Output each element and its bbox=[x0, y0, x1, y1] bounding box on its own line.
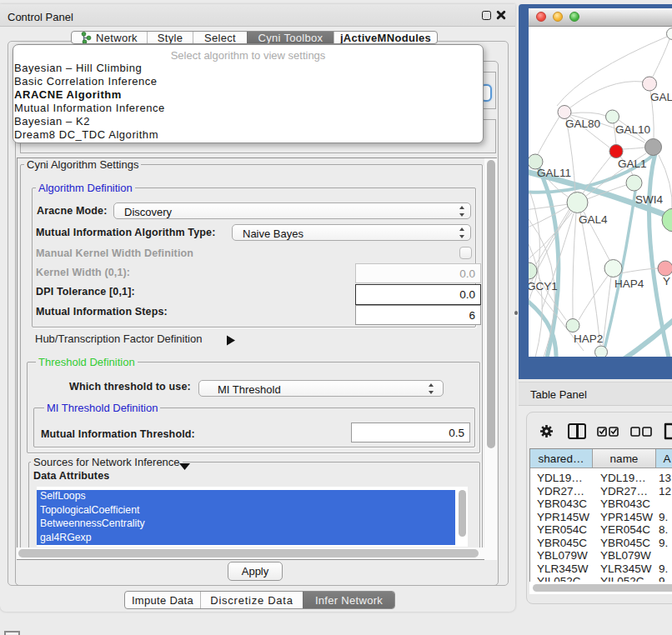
svg-text:GAL10: GAL10 bbox=[615, 123, 650, 136]
svg-text:GAL11: GAL11 bbox=[537, 167, 571, 179]
svg-text:GAL1: GAL1 bbox=[618, 158, 647, 170]
svg-text:SWI4: SWI4 bbox=[635, 193, 663, 206]
svg-text:HAP4: HAP4 bbox=[614, 278, 644, 290]
svg-text:GCY1: GCY1 bbox=[529, 280, 558, 292]
svg-text:HAP2: HAP2 bbox=[574, 332, 603, 345]
svg-text:GAL4: GAL4 bbox=[579, 213, 608, 226]
svg-text:GAL7: GAL7 bbox=[650, 91, 672, 103]
svg-text:Y: Y bbox=[663, 275, 670, 288]
svg-text:GAL80: GAL80 bbox=[565, 118, 600, 130]
